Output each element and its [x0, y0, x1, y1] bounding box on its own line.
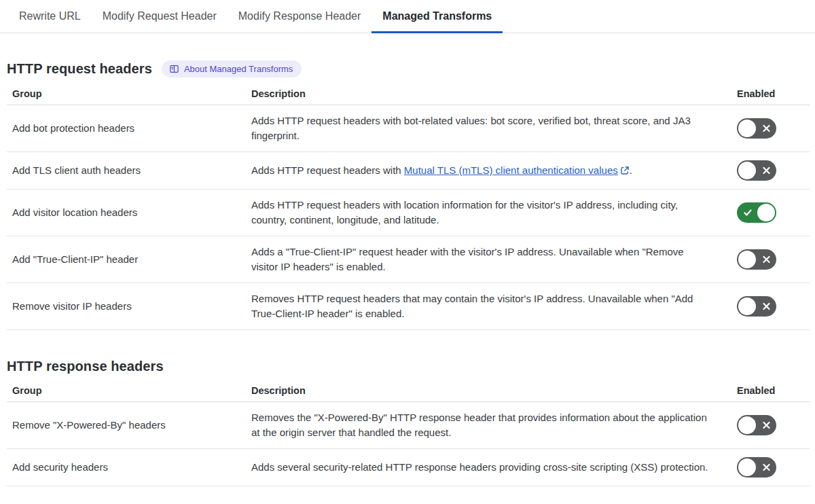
description-text: Adds HTTP request headers with bot-relat… — [251, 115, 691, 141]
tab-modify-request-header[interactable]: Modify Request Header — [92, 0, 228, 33]
description-cell: Adds a "True-Client-IP" request header w… — [246, 236, 731, 283]
badge-label: About Managed Transforms — [184, 64, 293, 74]
toggle-knob — [738, 120, 756, 137]
toggle-knob — [738, 162, 756, 179]
toggle-knob — [738, 416, 756, 434]
tab-modify-response-header[interactable]: Modify Response Header — [228, 0, 372, 33]
group-cell: Add bot protection headers — [7, 105, 246, 152]
group-cell: Remove "X-Powered-By" headers — [7, 402, 246, 449]
table-row: Remove "X-Powered-By" headers Removes th… — [7, 402, 810, 449]
description-post: . — [630, 164, 632, 176]
book-icon — [169, 64, 179, 74]
enabled-cell — [731, 190, 810, 236]
description-text: Removes HTTP request headers that may co… — [251, 293, 693, 319]
table-row: Add bot protection headers Adds HTTP req… — [7, 105, 810, 152]
cross-icon — [762, 166, 771, 175]
cross-icon — [762, 124, 771, 133]
request-headers-section-head: HTTP request headers About Managed Trans… — [7, 60, 815, 77]
cross-icon — [762, 302, 771, 311]
enabled-toggle[interactable] — [737, 296, 776, 317]
column-header-enabled: Enabled — [731, 87, 810, 105]
toggle-knob — [757, 204, 775, 221]
tab-managed-transforms[interactable]: Managed Transforms — [372, 0, 503, 33]
description-cell: Removes HTTP request headers that may co… — [246, 283, 731, 330]
toggle-knob — [738, 251, 756, 268]
column-header-description: Description — [246, 87, 731, 105]
enabled-toggle[interactable] — [737, 160, 776, 181]
description-link[interactable]: Mutual TLS (mTLS) client authentication … — [404, 164, 630, 176]
column-header-group: Group — [7, 87, 246, 105]
group-cell: Add security headers — [7, 449, 246, 486]
response-headers-table: Group Description Enabled Remove "X-Powe… — [7, 384, 810, 486]
response-headers-section-head: HTTP response headers — [7, 359, 815, 374]
toggle-knob — [738, 458, 756, 476]
table-row: Add security headers Adds several securi… — [7, 449, 810, 486]
enabled-cell — [731, 152, 810, 190]
column-header-description: Description — [246, 384, 731, 402]
column-header-group: Group — [7, 384, 246, 402]
group-cell: Add "True-Client-IP" header — [7, 236, 246, 283]
enabled-cell — [731, 283, 810, 330]
toggle-knob — [738, 298, 756, 315]
cross-icon — [762, 463, 771, 472]
enabled-toggle[interactable] — [737, 118, 776, 139]
description-cell: Adds HTTP request headers with location … — [246, 190, 731, 236]
enabled-toggle[interactable] — [737, 415, 776, 435]
managed-transforms-page: Rewrite URL Modify Request Header Modify… — [0, 0, 815, 504]
table-row: Add "True-Client-IP" header Adds a "True… — [7, 236, 810, 283]
column-header-enabled: Enabled — [731, 384, 810, 402]
table-row: Add TLS client auth headers Adds HTTP re… — [7, 152, 810, 190]
tab-rewrite-url[interactable]: Rewrite URL — [8, 0, 92, 33]
group-cell: Remove visitor IP headers — [7, 283, 246, 330]
table-row: Remove visitor IP headers Removes HTTP r… — [7, 283, 810, 330]
description-text: Adds HTTP request headers with — [251, 164, 404, 176]
enabled-cell — [731, 449, 810, 486]
description-cell: Adds HTTP request headers with bot-relat… — [246, 105, 731, 152]
request-headers-title: HTTP request headers — [7, 61, 152, 77]
cross-icon — [762, 421, 771, 430]
description-cell: Removes the "X-Powered-By" HTTP response… — [246, 402, 731, 449]
description-link-text: Mutual TLS (mTLS) client authentication … — [404, 164, 618, 176]
description-text: Adds HTTP request headers with location … — [251, 199, 678, 226]
enabled-cell — [731, 236, 810, 283]
group-cell: Add TLS client auth headers — [7, 152, 246, 190]
enabled-toggle[interactable] — [737, 249, 776, 270]
description-cell: Adds HTTP request headers with Mutual TL… — [246, 152, 731, 190]
table-header-row: Group Description Enabled — [7, 87, 810, 105]
table-row: Add visitor location headers Adds HTTP r… — [7, 190, 810, 236]
transform-rules-tabbar: Rewrite URL Modify Request Header Modify… — [0, 0, 815, 33]
about-managed-transforms-badge[interactable]: About Managed Transforms — [162, 60, 302, 77]
response-headers-title: HTTP response headers — [7, 359, 164, 374]
description-text: Adds several security-related HTTP respo… — [251, 461, 708, 473]
external-link-icon — [620, 166, 630, 175]
cross-icon — [762, 255, 771, 264]
enabled-toggle[interactable] — [737, 457, 776, 478]
description-cell: Adds several security-related HTTP respo… — [246, 449, 731, 486]
enabled-cell — [731, 105, 810, 152]
description-text: Removes the "X-Powered-By" HTTP response… — [251, 412, 707, 438]
enabled-cell — [731, 402, 810, 449]
enabled-toggle[interactable] — [737, 202, 776, 223]
group-cell: Add visitor location headers — [7, 190, 246, 236]
description-text: Adds a "True-Client-IP" request header w… — [251, 246, 684, 272]
check-icon — [743, 208, 753, 217]
request-headers-table: Group Description Enabled Add bot protec… — [7, 87, 810, 330]
table-header-row: Group Description Enabled — [7, 384, 810, 402]
